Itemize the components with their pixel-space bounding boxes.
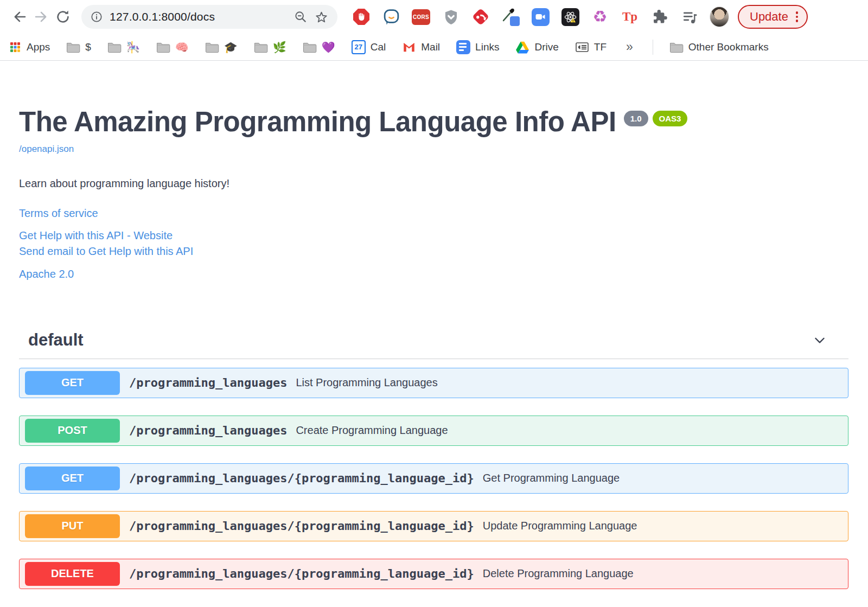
bookmark-folder-brain[interactable]: 🧠 xyxy=(156,41,189,54)
site-info-icon[interactable] xyxy=(90,10,103,23)
endpoint-row-update-language[interactable]: PUT /programming_languages/{programming_… xyxy=(19,511,848,541)
bookmark-mail[interactable]: Mail xyxy=(402,40,440,54)
bookmark-drive[interactable]: Drive xyxy=(515,40,558,54)
tf-favicon xyxy=(575,41,589,54)
gmail-icon xyxy=(402,40,416,54)
bookmark-folder-carousel[interactable]: 🎠 xyxy=(107,41,140,54)
endpoint-summary: Create Programming Language xyxy=(296,424,448,437)
bookmark-label: Cal xyxy=(371,41,386,53)
apps-grid-icon xyxy=(9,41,22,54)
bookmark-links[interactable]: Links xyxy=(456,40,499,54)
chrome-update-button[interactable]: Update xyxy=(738,5,808,29)
react-devtools-extension-icon[interactable] xyxy=(560,7,580,27)
contact-block: Get Help with this API - Website Send em… xyxy=(19,228,848,259)
profile-avatar[interactable] xyxy=(710,7,729,27)
red-diamond-icon xyxy=(471,8,490,26)
bookmark-label: Links xyxy=(475,41,499,53)
zoom-out-icon[interactable] xyxy=(293,10,308,24)
folder-icon xyxy=(254,41,268,53)
back-button[interactable] xyxy=(9,6,30,28)
operations-list: GET /programming_languages List Programm… xyxy=(19,368,848,589)
avatar xyxy=(710,7,729,27)
bookmark-star-icon[interactable] xyxy=(314,10,329,24)
red-diamond-extension-icon[interactable] xyxy=(471,7,490,27)
bookmark-apps[interactable]: Apps xyxy=(9,41,50,54)
playlist-extension-icon[interactable] xyxy=(680,7,699,27)
openapi-spec-link[interactable]: /openapi.json xyxy=(19,144,74,155)
google-drive-icon xyxy=(515,40,529,54)
endpoint-path: /programming_languages/{programming_lang… xyxy=(129,471,474,485)
collapse-section-button[interactable] xyxy=(813,333,827,347)
bookmark-label: 🎠 xyxy=(126,41,140,54)
recycle-icon: ♻ xyxy=(593,9,608,25)
license-link[interactable]: Apache 2.0 xyxy=(19,268,848,280)
email-help-link[interactable]: Send email to Get Help with this API xyxy=(19,244,848,259)
update-label: Update xyxy=(750,10,788,24)
folder-icon xyxy=(107,41,122,53)
bookmark-label: Drive xyxy=(534,41,558,53)
terms-of-service-link[interactable]: Terms of service xyxy=(19,207,848,220)
folder-icon xyxy=(303,41,317,53)
bookmark-folder-education[interactable]: 🎓 xyxy=(205,41,238,54)
cors-icon: CORS xyxy=(412,9,430,25)
bookmarks-divider xyxy=(653,40,653,55)
bookmark-tf[interactable]: TF xyxy=(575,41,607,54)
license-block: Apache 2.0 xyxy=(19,268,848,280)
folder-icon xyxy=(205,41,219,53)
forward-arrow-icon xyxy=(33,9,49,25)
toucan-extension-icon[interactable]: Tp xyxy=(620,7,640,27)
bookmark-label: 🌿 xyxy=(273,41,286,54)
reload-button[interactable] xyxy=(52,6,74,28)
method-badge: PUT xyxy=(25,514,120,538)
method-badge: POST xyxy=(25,419,120,443)
zoom-extension-icon[interactable] xyxy=(531,7,550,27)
folder-icon xyxy=(669,41,684,53)
endpoint-path: /programming_languages xyxy=(129,424,287,437)
chat-bubble-extension-icon[interactable] xyxy=(381,7,401,27)
puzzle-piece-icon xyxy=(652,9,668,25)
bookmark-folder-money[interactable]: $ xyxy=(66,41,91,53)
default-tag-section: default GET /programming_languages List … xyxy=(19,330,848,589)
bookmark-calendar[interactable]: 27 Cal xyxy=(352,40,386,54)
cors-extension-icon[interactable]: CORS xyxy=(411,7,431,27)
bookmark-label: 🧠 xyxy=(175,41,189,54)
other-bookmarks[interactable]: Other Bookmarks xyxy=(669,41,769,53)
address-bar[interactable]: 127.0.0.1:8000/docs xyxy=(81,5,337,29)
endpoint-summary: List Programming Languages xyxy=(296,376,437,389)
bookmarks-overflow-chevron[interactable]: » xyxy=(623,39,636,55)
cors-icon-label: CORS xyxy=(413,14,429,20)
terms-block: Terms of service xyxy=(19,207,848,220)
swagger-page: The Amazing Programming Language Info AP… xyxy=(0,107,868,589)
endpoint-row-get-language[interactable]: GET /programming_languages/{programming_… xyxy=(19,463,848,494)
endpoint-row-list-languages[interactable]: GET /programming_languages List Programm… xyxy=(19,368,848,398)
bookmark-folder-heart[interactable]: 💜 xyxy=(303,41,335,54)
method-badge: DELETE xyxy=(25,562,120,586)
version-badge: 1.0 xyxy=(624,111,648,126)
music-queue-icon xyxy=(681,9,698,25)
oas3-badge: OAS3 xyxy=(653,111,688,126)
extensions-puzzle-button[interactable] xyxy=(650,7,669,27)
forward-button[interactable] xyxy=(30,6,52,28)
color-picker-extension-icon[interactable] xyxy=(501,7,520,27)
chat-bubble-icon xyxy=(382,8,400,26)
tag-section-header[interactable]: default xyxy=(19,330,848,359)
endpoint-row-delete-language[interactable]: DELETE /programming_languages/{programmi… xyxy=(19,559,848,589)
folder-icon xyxy=(66,41,80,53)
website-help-link[interactable]: Get Help with this API - Website xyxy=(19,228,848,244)
shield-icon xyxy=(443,9,459,25)
api-description: Learn about programming language history… xyxy=(19,177,848,190)
eyedropper-icon xyxy=(501,8,520,26)
bookmarks-bar: Apps $ 🎠 🧠 🎓 🌿 xyxy=(0,34,868,61)
chevron-down-icon xyxy=(813,333,827,347)
links-icon xyxy=(456,40,470,54)
recycle-extension-icon[interactable]: ♻ xyxy=(590,7,610,27)
calendar-date: 27 xyxy=(355,43,362,51)
url-text[interactable]: 127.0.0.1:8000/docs xyxy=(110,10,287,23)
bookmark-folder-herb[interactable]: 🌿 xyxy=(254,41,286,54)
endpoint-row-create-language[interactable]: POST /programming_languages Create Progr… xyxy=(19,416,848,446)
adblock-extension-icon[interactable] xyxy=(352,7,371,27)
endpoint-summary: Update Programming Language xyxy=(483,520,637,532)
shield-extension-icon[interactable] xyxy=(441,7,461,27)
bookmark-label: Apps xyxy=(27,41,50,53)
endpoint-path: /programming_languages/{programming_lang… xyxy=(129,519,474,533)
